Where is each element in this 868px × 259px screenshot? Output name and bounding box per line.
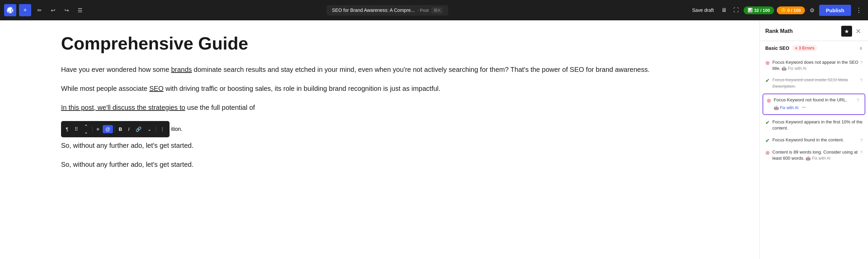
settings-button[interactable]: ⚙ bbox=[808, 6, 816, 15]
green-score-badge[interactable]: 📊 32 / 100 bbox=[744, 6, 774, 14]
doc-title-text: SEO for Brand Awareness: A Compre... bbox=[332, 7, 415, 13]
section-title-row: Basic SEO 3 Errors bbox=[765, 45, 817, 51]
help-icon-2[interactable]: ? bbox=[860, 78, 863, 83]
more-options-button[interactable]: ⋮ bbox=[854, 5, 864, 15]
error-icon-3: ⊗ bbox=[767, 97, 771, 104]
doc-type-badge: · Post bbox=[417, 8, 429, 13]
chevron-up-icon: ∧ bbox=[859, 45, 863, 51]
paragraph-2[interactable]: While most people associate SEO with dri… bbox=[61, 83, 698, 94]
undo-button[interactable]: ↩ bbox=[47, 5, 58, 16]
help-icon-5[interactable]: ? bbox=[860, 138, 863, 143]
basic-seo-section-header[interactable]: Basic SEO 3 Errors ∧ bbox=[760, 41, 868, 55]
save-draft-button[interactable]: Save draft bbox=[689, 6, 716, 14]
editor-area[interactable]: Comprehensive Guide Have you ever wonder… bbox=[0, 20, 760, 259]
seo-item-text-2: Focus Keyword used inside SEO Meta Descr… bbox=[772, 77, 863, 89]
wp-logo[interactable] bbox=[4, 4, 16, 16]
success-icon-4: ✔ bbox=[765, 119, 770, 126]
fix-ai-link-6[interactable]: 🤖 Fix with AI bbox=[806, 156, 830, 161]
error-icon-6: ⊗ bbox=[765, 150, 770, 156]
smiley-icon: 🙂 bbox=[781, 8, 786, 13]
seo-item-text-5: Focus Keyword found in the content. bbox=[772, 137, 863, 143]
fix-ai-link-1[interactable]: 🤖 Fix with AI bbox=[782, 66, 806, 72]
seo-link: SEO bbox=[149, 85, 163, 92]
doc-title-pill[interactable]: SEO for Brand Awareness: A Compre... · P… bbox=[327, 5, 448, 16]
seo-item-6: ⊗ Content is 89 words long. Consider usi… bbox=[760, 146, 868, 164]
green-score-value: 32 / 100 bbox=[754, 8, 770, 13]
redo-button[interactable]: ↪ bbox=[61, 5, 72, 16]
list-view-button[interactable]: ☰ bbox=[75, 5, 85, 16]
paragraph-3-end: ition. bbox=[171, 126, 182, 132]
inline-toolbar: ¶ ⠿ ⌃⌄ ≡ @ B I 🔗 ⌄ ⋮ bbox=[61, 121, 170, 137]
sidebar-title: Rank Math bbox=[765, 28, 793, 34]
seo-item-text-4: Focus Keyword appears in the first 10% o… bbox=[772, 119, 863, 131]
sidebar-header-icons: ★ ✕ bbox=[841, 26, 863, 37]
brands-link: brands bbox=[171, 66, 192, 73]
error-count-badge: 3 Errors bbox=[792, 45, 817, 51]
more-inline-btn[interactable]: ⋮ bbox=[157, 125, 167, 133]
toolbar-divider-2 bbox=[114, 126, 115, 133]
add-block-button[interactable]: + bbox=[19, 4, 31, 16]
seo-item-text-6: Content is 89 words long. Consider using… bbox=[772, 149, 863, 161]
section-title: Basic SEO bbox=[765, 45, 789, 51]
link-btn[interactable]: 🔗 bbox=[133, 125, 144, 133]
fix-ai-link-3[interactable]: 🤖 Fix with AI bbox=[774, 105, 798, 111]
at-btn[interactable]: @ bbox=[103, 125, 113, 133]
bold-btn[interactable]: B bbox=[116, 125, 125, 133]
tools-button[interactable]: ✏ bbox=[34, 5, 45, 16]
fullscreen-button[interactable]: ⛶ bbox=[731, 6, 741, 15]
paragraph-5[interactable]: So, without any further ado, let's get s… bbox=[61, 159, 698, 170]
toolbar-divider-3 bbox=[156, 126, 156, 133]
seo-item-text-3: Focus Keyword not found in the URL. 🤖 Fi… bbox=[774, 97, 861, 112]
orange-score-value: 0 / 100 bbox=[787, 8, 801, 13]
main-layout: Comprehensive Guide Have you ever wonder… bbox=[0, 20, 868, 259]
top-toolbar: + ✏ ↩ ↪ ☰ SEO for Brand Awareness: A Com… bbox=[0, 0, 868, 20]
paragraph-3-partial[interactable]: In this post, we'll discuss the strategi… bbox=[61, 102, 698, 113]
chart-icon: 📊 bbox=[748, 8, 753, 13]
post-heading[interactable]: Comprehensive Guide bbox=[61, 34, 698, 53]
seo-item-text-1: Focus Keyword does not appear in the SEO… bbox=[772, 59, 863, 72]
paragraph-1[interactable]: Have you ever wondered how some brands d… bbox=[61, 64, 698, 75]
seo-item-1: ⊗ Focus Keyword does not appear in the S… bbox=[760, 57, 868, 74]
doc-title-area: SEO for Brand Awareness: A Compre... · P… bbox=[88, 5, 687, 16]
success-icon-2: ✔ bbox=[765, 77, 770, 84]
seo-item-5: ✔ Focus Keyword found in the content. ? bbox=[760, 134, 868, 146]
seo-item-label-4: Focus Keyword appears in the first 10% o… bbox=[772, 119, 863, 131]
seo-items-list: ⊗ Focus Keyword does not appear in the S… bbox=[760, 55, 868, 259]
seo-item-4: ✔ Focus Keyword appears in the first 10%… bbox=[760, 116, 868, 134]
arrow-indicator: ← bbox=[801, 104, 807, 111]
help-icon-3[interactable]: ? bbox=[856, 98, 859, 103]
seo-item-2: ✔ Focus Keyword used inside SEO Meta Des… bbox=[760, 74, 868, 92]
seo-item-label-3: Focus Keyword not found in the URL. bbox=[774, 97, 847, 102]
seo-item-3-highlighted: ⊗ Focus Keyword not found in the URL. 🤖 … bbox=[763, 94, 865, 115]
help-icon-4[interactable]: ? bbox=[860, 120, 863, 125]
error-icon-1: ⊗ bbox=[765, 60, 770, 66]
seo-item-label-5: Focus Keyword found in the content. bbox=[772, 137, 844, 142]
paragraph-btn[interactable]: ¶ bbox=[63, 125, 71, 133]
sidebar: Rank Math ★ ✕ Basic SEO 3 Errors ∧ ⊗ Foc… bbox=[760, 20, 868, 259]
toolbar-right: Save draft 🖥 ⛶ 📊 32 / 100 🙂 0 / 100 ⚙ Pu… bbox=[689, 5, 864, 16]
desktop-view-button[interactable]: 🖥 bbox=[719, 6, 729, 15]
strategies-link: In this post, we'll discuss the strategi… bbox=[61, 104, 185, 111]
star-button[interactable]: ★ bbox=[841, 26, 852, 37]
seo-item-label-2: Focus Keyword used inside SEO Meta Descr… bbox=[772, 77, 848, 88]
drag-btn[interactable]: ⠿ bbox=[72, 125, 81, 133]
italic-btn[interactable]: I bbox=[125, 125, 132, 133]
toolbar-divider-1 bbox=[92, 126, 93, 133]
orange-score-badge[interactable]: 🙂 0 / 100 bbox=[777, 6, 805, 14]
success-icon-5: ✔ bbox=[765, 137, 770, 144]
close-sidebar-button[interactable]: ✕ bbox=[854, 26, 863, 36]
help-icon-6[interactable]: ? bbox=[860, 150, 863, 155]
paragraph-4[interactable]: So, without any further ado, let's get s… bbox=[61, 140, 698, 151]
publish-button[interactable]: Publish bbox=[819, 5, 851, 16]
editor-content: Comprehensive Guide Have you ever wonder… bbox=[61, 34, 698, 170]
link-dropdown-btn[interactable]: ⌄ bbox=[145, 125, 154, 133]
help-icon-1[interactable]: ? bbox=[860, 60, 863, 65]
sidebar-header: Rank Math ★ ✕ bbox=[760, 20, 868, 41]
align-btn[interactable]: ≡ bbox=[94, 125, 102, 133]
doc-shortcut: ⌘K bbox=[431, 7, 443, 14]
move-btn[interactable]: ⌃⌄ bbox=[81, 122, 91, 136]
